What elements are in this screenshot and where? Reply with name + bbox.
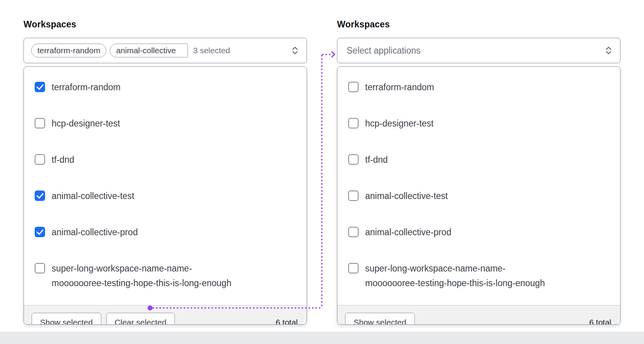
- connector-arrowhead-icon: [329, 51, 335, 58]
- option-label: hcp-designer-test: [365, 116, 434, 131]
- options-list: terraform-random hcp-designer-test tf-dn…: [24, 67, 307, 305]
- option-label-line1: super-long-workspace-name-name-: [52, 261, 231, 276]
- option-label-line2: mooooooree-testing-hope-this-is-long-eno…: [52, 276, 231, 290]
- options-listbox: terraform-random hcp-designer-test tf-dn…: [337, 66, 621, 325]
- show-selected-button[interactable]: Show selected: [345, 313, 415, 325]
- option-label: tf-dnd: [52, 152, 74, 167]
- option-terraform-random[interactable]: terraform-random: [32, 69, 297, 105]
- options-listbox: terraform-random hcp-designer-test tf-dn…: [23, 66, 307, 325]
- option-hcp-designer-test[interactable]: hcp-designer-test: [345, 105, 611, 142]
- option-animal-collective-prod[interactable]: animal-collective-prod: [345, 214, 611, 250]
- selected-count: 3 selected: [193, 46, 230, 55]
- multiselect-trigger[interactable]: Select applications: [337, 38, 621, 63]
- clear-selected-button[interactable]: Clear selected: [106, 313, 175, 325]
- selected-tag-clipped[interactable]: animal-collective: [110, 44, 188, 57]
- field-label: Workspaces: [337, 19, 621, 30]
- option-label: animal-collective-prod: [52, 225, 138, 239]
- option-label: hcp-designer-test: [52, 116, 120, 131]
- checkbox[interactable]: [35, 154, 45, 165]
- option-label: animal-collective-test: [52, 189, 134, 203]
- checkbox[interactable]: [348, 154, 359, 165]
- option-label: super-long-workspace-name-name- moooooor…: [365, 261, 545, 290]
- chevron-up-down-icon: [291, 46, 299, 55]
- options-list: terraform-random hcp-designer-test tf-dn…: [337, 67, 620, 305]
- option-terraform-random[interactable]: terraform-random: [345, 69, 611, 105]
- option-super-long-workspace[interactable]: super-long-workspace-name-name- moooooor…: [345, 250, 611, 301]
- option-label: animal-collective-test: [365, 189, 448, 203]
- option-label: terraform-random: [365, 80, 434, 94]
- option-label-line1: super-long-workspace-name-name-: [365, 261, 545, 276]
- checkbox[interactable]: [348, 227, 359, 237]
- checkbox[interactable]: [348, 263, 359, 273]
- option-animal-collective-test[interactable]: animal-collective-test: [32, 178, 297, 214]
- option-animal-collective-test[interactable]: animal-collective-test: [345, 178, 611, 214]
- listbox-footer: Show selected Clear selected 6 total: [24, 305, 307, 325]
- connector-top-segment: [322, 54, 331, 55]
- bottom-band: [0, 332, 644, 344]
- option-label: tf-dnd: [365, 152, 388, 167]
- checkbox[interactable]: [35, 227, 45, 237]
- checkbox[interactable]: [348, 82, 359, 92]
- option-super-long-workspace[interactable]: super-long-workspace-name-name- moooooor…: [32, 250, 297, 301]
- workspaces-multiselect-left: Workspaces terraform-random animal-colle…: [23, 19, 307, 325]
- selected-tag[interactable]: terraform-random: [31, 44, 106, 57]
- show-selected-button[interactable]: Show selected: [32, 313, 101, 325]
- option-hcp-designer-test[interactable]: hcp-designer-test: [32, 105, 297, 142]
- total-count: 6 total: [589, 318, 611, 325]
- field-label: Workspaces: [23, 19, 307, 30]
- option-tf-dnd[interactable]: tf-dnd: [32, 142, 297, 178]
- option-animal-collective-prod[interactable]: animal-collective-prod: [32, 214, 297, 250]
- checkbox[interactable]: [35, 118, 45, 128]
- connector-vertical-segment: [321, 55, 322, 308]
- option-label: animal-collective-prod: [365, 225, 451, 239]
- total-count: 6 total: [276, 318, 298, 325]
- option-label: terraform-random: [52, 80, 121, 94]
- checkbox[interactable]: [348, 191, 359, 201]
- option-label-line2: mooooooree-testing-hope-this-is-long-eno…: [365, 276, 545, 290]
- checkbox[interactable]: [35, 82, 45, 92]
- option-label: super-long-workspace-name-name- moooooor…: [52, 261, 231, 290]
- multiselect-trigger[interactable]: terraform-random animal-collective 3 sel…: [23, 38, 307, 63]
- checkbox[interactable]: [35, 191, 45, 201]
- listbox-footer: Show selected 6 total: [337, 305, 620, 325]
- chevron-up-down-icon: [604, 46, 613, 55]
- option-tf-dnd[interactable]: tf-dnd: [345, 142, 611, 178]
- workspaces-multiselect-right: Workspaces Select applications terraform…: [337, 19, 621, 325]
- checkbox[interactable]: [348, 118, 359, 128]
- checkbox[interactable]: [35, 263, 45, 273]
- trigger-placeholder: Select applications: [347, 46, 421, 56]
